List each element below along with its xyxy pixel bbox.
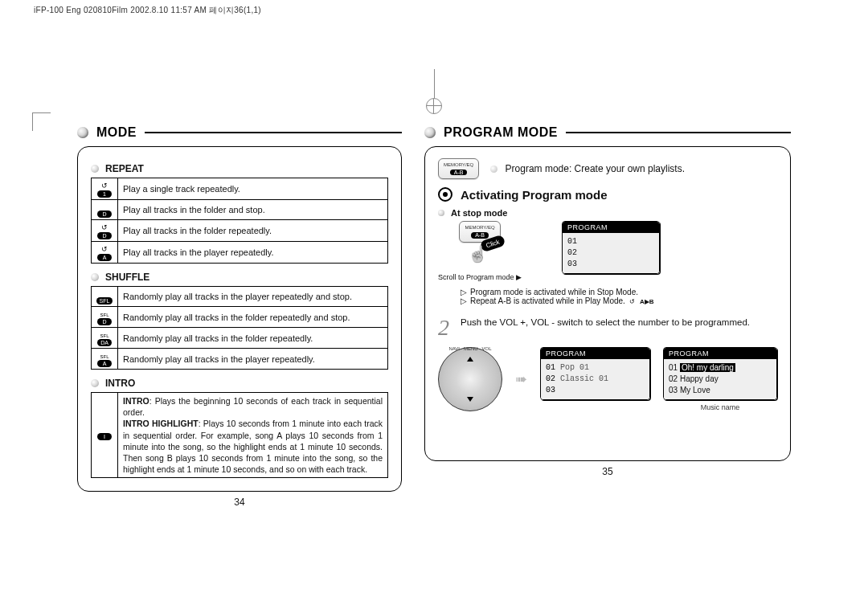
sub-shuffle: SHUFFLE — [91, 272, 388, 283]
table-row: ↺1Play a single track repeatedly. — [92, 178, 388, 200]
table-row: SFLRandomly play all tracks in the playe… — [92, 287, 388, 307]
lcd-title: PROGRAM — [664, 348, 776, 359]
heading-mode-text: MODE — [96, 125, 137, 140]
jog-wheel-icon: NAVI · MENU · VOL — [438, 347, 502, 411]
lcd-line: 01 — [567, 236, 654, 247]
cell-text: Play all tracks in the folder repeatedly… — [118, 220, 388, 242]
note-block: ▷Program mode is activated while in Stop… — [461, 288, 777, 305]
sub-bullet-icon — [91, 165, 99, 173]
intro-table: I INTRO: Plays the beginning 10 seconds … — [91, 392, 388, 478]
imprint-line: iFP-100 Eng 020810Film 2002.8.10 11:57 A… — [34, 5, 261, 16]
table-row: ↺DPlay all tracks in the folder repeated… — [92, 220, 388, 242]
lcd-title: PROGRAM — [541, 348, 649, 359]
crop-mark-top — [426, 69, 442, 114]
program-mode-intro: Program mode: Create your own playlists. — [506, 163, 685, 174]
memory-eq-button-icon: MEMORY/EQ A-B — [438, 158, 479, 179]
lcd-line: 02 — [567, 247, 654, 259]
table-row: DPlay all tracks in the folder and stop. — [92, 200, 388, 220]
sub-intro-label: INTRO — [105, 378, 135, 389]
bullet-icon — [424, 127, 436, 138]
scroll-hint: Scroll to Program mode ▶ — [438, 273, 522, 281]
arrow-right-icon: ➠ — [515, 370, 527, 388]
note-1: Program mode is activated while in Stop … — [470, 288, 638, 296]
page-number-left: 34 — [77, 497, 402, 508]
manual-spread: iFP-100 Eng 020810Film 2002.8.10 11:57 A… — [0, 0, 868, 613]
heading-program-mode: PROGRAM MODE — [424, 125, 791, 140]
lcd-line: 03 — [567, 259, 654, 270]
sub-bullet-icon — [438, 210, 444, 216]
shuffle-table: SFLRandomly play all tracks in the playe… — [91, 286, 388, 370]
table-row: I INTRO: Plays the beginning 10 seconds … — [92, 393, 388, 478]
at-stop-mode: At stop mode — [438, 208, 777, 218]
wheel-label: NAVI · MENU · VOL — [439, 346, 502, 351]
target-icon — [438, 187, 452, 202]
page-left: MODE REPEAT ↺1Play a single track repeat… — [77, 125, 402, 508]
intro-row: MEMORY/EQ A-B Program mode: Create your … — [438, 158, 777, 179]
table-row: SFLARandomly play all tracks in the play… — [92, 349, 388, 370]
table-row: SFLDRandomly play all tracks in the fold… — [92, 307, 388, 328]
table-row: SFLDARandomly play all tracks in the fol… — [92, 328, 388, 349]
sub-bullet-icon — [91, 379, 99, 387]
intro-text: INTRO: Plays the beginning 10 seconds of… — [123, 395, 383, 475]
lcd-caption: Music name — [701, 403, 740, 411]
lcd-title: PROGRAM — [563, 222, 659, 233]
right-panel: MEMORY/EQ A-B Program mode: Create your … — [424, 146, 791, 461]
crop-mark-corner — [32, 112, 51, 131]
table-row: ↺APlay all tracks in the player repeated… — [92, 242, 388, 264]
left-panel: REPEAT ↺1Play a single track repeatedly.… — [77, 146, 402, 492]
step2-row: NAVI · MENU · VOL ➠ PROGRAM 01 Pop 01 — [438, 347, 777, 411]
cell-text: Play a single track repeatedly. — [118, 178, 388, 200]
sub-bullet-icon — [490, 166, 497, 173]
heading-mode: MODE — [77, 125, 402, 140]
cell-text: Randomly play all tracks in the folder r… — [118, 328, 388, 349]
hand-pointing-icon: ☝️ — [468, 245, 488, 263]
step-number: 2 — [438, 317, 456, 339]
repeat-ab-icon: ↺ — [629, 298, 635, 305]
page-right: PROGRAM MODE MEMORY/EQ A-B Program mode:… — [424, 125, 791, 508]
step1-row: MEMORY/EQ A-B Click ☝️ Scroll to Program… — [438, 221, 777, 280]
bullet-icon — [77, 127, 88, 138]
step-2-text: Push the VOL +, VOL - switch to select t… — [461, 317, 750, 329]
note-2: Repeat A-B is activated while in Play Mo… — [470, 296, 625, 305]
sub-shuffle-label: SHUFFLE — [105, 272, 149, 283]
lcd-program-empty: PROGRAM 01 02 03 — [562, 221, 660, 274]
lcd-program-songs: PROGRAM 01 Oh! my darling 02 Happy day 0… — [663, 347, 777, 400]
cell-text: Randomly play all tracks in the player r… — [118, 287, 388, 307]
heading-program-mode-text: PROGRAM MODE — [444, 125, 558, 140]
sub-intro: INTRO — [91, 378, 388, 389]
page-number-right: 35 — [424, 466, 791, 477]
sub-repeat: REPEAT — [91, 163, 388, 174]
sub-repeat-label: REPEAT — [105, 163, 144, 174]
at-stop-label: At stop mode — [451, 208, 507, 218]
cell-text: Play all tracks in the folder and stop. — [118, 200, 388, 220]
cell-text: Play all tracks in the player repeatedly… — [118, 242, 388, 264]
activating-heading-text: Activating Program mode — [461, 188, 608, 202]
activating-heading: Activating Program mode — [438, 187, 777, 202]
cell-text: Randomly play all tracks in the folder r… — [118, 307, 388, 328]
cell-text: Randomly play all tracks in the player r… — [118, 349, 388, 370]
lcd-program-list: PROGRAM 01 Pop 01 02 Classic 01 03 — [540, 347, 650, 400]
step-2: 2 Push the VOL +, VOL - switch to select… — [438, 317, 777, 339]
repeat-table: ↺1Play a single track repeatedly. DPlay … — [91, 178, 388, 264]
sub-bullet-icon — [91, 273, 99, 281]
press-button-figure: MEMORY/EQ A-B Click ☝️ Scroll to Program… — [438, 221, 522, 280]
